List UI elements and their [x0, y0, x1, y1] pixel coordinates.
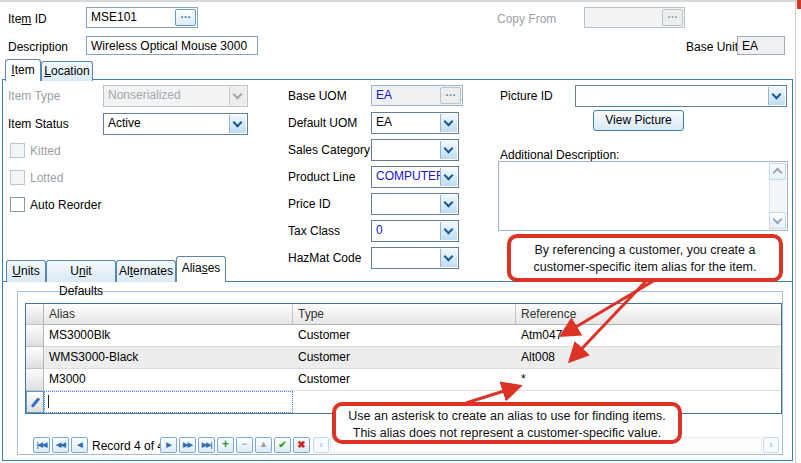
tab-item[interactable]: Item: [5, 59, 41, 81]
tax-class-label: Tax Class: [288, 224, 340, 238]
view-picture-button[interactable]: View Picture: [593, 110, 684, 131]
tax-class-combo[interactable]: 0: [371, 220, 459, 242]
chevron-down-icon[interactable]: [229, 115, 246, 133]
nav-last-button[interactable]: ▶▶|: [198, 437, 215, 453]
chevron-down-icon[interactable]: [440, 141, 457, 159]
picture-id-label: Picture ID: [500, 89, 553, 103]
description-label: Description: [8, 40, 68, 54]
copy-from-field: …: [584, 7, 685, 28]
copy-from-lookup-ellipsis-icon: …: [662, 9, 683, 26]
item-type-combo: Nonserialized: [103, 85, 248, 107]
window-right-edge: [795, 0, 796, 463]
cell-type[interactable]: Customer: [293, 347, 516, 369]
hazmat-code-label: HazMat Code: [288, 251, 361, 265]
cell-alias[interactable]: M3000: [44, 369, 293, 391]
description-field[interactable]: Wireless Optical Mouse 3000: [86, 36, 258, 55]
callout-asterisk: Use an asterisk to create an alias to us…: [332, 402, 682, 444]
grid-corner-cell: [26, 304, 44, 325]
cell-reference[interactable]: Atm047: [516, 325, 781, 347]
chevron-down-icon[interactable]: [768, 87, 785, 105]
text-caret: [48, 395, 49, 408]
move-up-button[interactable]: ▲: [255, 437, 272, 453]
cell-reference[interactable]: *: [516, 369, 781, 391]
item-type-label: Item Type: [8, 89, 60, 103]
chevron-down-icon[interactable]: [440, 195, 457, 213]
kitted-label: Kitted: [30, 144, 61, 158]
price-id-label: Price ID: [288, 197, 331, 211]
record-count-label: Record 4 of 4: [92, 439, 164, 453]
tab-location[interactable]: Location: [41, 61, 93, 81]
additional-description-label: Additional Description:: [500, 148, 619, 162]
tab-aliases[interactable]: Aliases: [176, 256, 226, 282]
textarea-scrollbar[interactable]: [769, 163, 786, 229]
nav-next-button[interactable]: ▶: [160, 437, 177, 453]
sales-category-combo[interactable]: [371, 139, 459, 161]
product-line-combo[interactable]: COMPUTER: [371, 166, 459, 188]
nav-prev-button[interactable]: ◀: [71, 437, 88, 453]
picture-id-combo[interactable]: [575, 85, 787, 107]
item-id-label: Item ID: [8, 12, 47, 26]
item-id-lookup-ellipsis-icon[interactable]: …: [175, 9, 196, 26]
sales-category-label: Sales Category: [288, 143, 370, 157]
base-uom-field[interactable]: EA …: [371, 85, 463, 106]
callout-customer-reference: By referencing a customer, you create a …: [507, 234, 783, 282]
item-status-label: Item Status: [8, 117, 69, 131]
scroll-down-icon[interactable]: [769, 212, 786, 229]
edit-cell-alias[interactable]: [44, 391, 293, 413]
price-id-combo[interactable]: [371, 193, 459, 215]
item-maintenance-window: Item ID MSE101 … Copy From … Description…: [0, 0, 801, 463]
cell-alias[interactable]: MS3000Blk: [44, 325, 293, 347]
chevron-down-icon[interactable]: [440, 222, 457, 240]
row-selector[interactable]: [26, 347, 44, 369]
accept-button[interactable]: ✔: [274, 437, 291, 453]
item-status-combo[interactable]: Active: [103, 113, 248, 135]
column-header-alias[interactable]: Alias: [44, 304, 293, 325]
tab-unit-defaults[interactable]: Unit Defaults: [46, 260, 116, 282]
product-line-label: Product Line: [288, 170, 355, 184]
nav-prev-page-button[interactable]: ◀◀: [52, 437, 69, 453]
default-uom-label: Default UOM: [288, 116, 357, 130]
tab-units[interactable]: Units: [6, 260, 46, 282]
edit-row-selector[interactable]: [26, 391, 44, 413]
base-uom-lookup-ellipsis-icon[interactable]: …: [440, 87, 461, 104]
delete-row-button[interactable]: −: [236, 437, 253, 453]
hazmat-code-combo[interactable]: [371, 247, 459, 269]
chevron-down-icon[interactable]: [440, 114, 457, 132]
base-unit-label: Base Unit: [686, 40, 738, 54]
cancel-button[interactable]: ✖: [293, 437, 310, 453]
item-id-field[interactable]: MSE101 …: [86, 7, 198, 28]
column-header-type[interactable]: Type: [293, 304, 516, 325]
base-unit-field: EA: [737, 36, 785, 55]
cell-alias[interactable]: WMS3000-Black: [44, 347, 293, 369]
copy-from-label: Copy From: [497, 12, 556, 26]
pencil-edit-icon: [31, 397, 40, 407]
auto-reorder-checkbox[interactable]: [10, 197, 25, 212]
nav-next-page-button[interactable]: ▶▶: [179, 437, 196, 453]
auto-reorder-label: Auto Reorder: [30, 198, 101, 212]
base-uom-label: Base UOM: [288, 89, 347, 103]
chevron-down-icon: [229, 87, 246, 105]
default-uom-combo[interactable]: EA: [371, 112, 459, 134]
nav-first-button[interactable]: |◀◀: [33, 437, 50, 453]
lotted-label: Lotted: [30, 171, 63, 185]
chevron-down-icon[interactable]: [440, 249, 457, 267]
column-header-reference[interactable]: Reference: [516, 304, 781, 325]
window-top-edge: [0, 0, 801, 2]
window-corner-fragment: [797, 0, 801, 9]
hscroll-right-icon[interactable]: ›: [763, 437, 779, 453]
cell-type[interactable]: Customer: [293, 369, 516, 391]
tab-alternates[interactable]: Alternates: [116, 260, 176, 282]
chevron-down-icon[interactable]: [440, 168, 457, 186]
cell-reference[interactable]: Alt008: [516, 347, 781, 369]
add-row-button[interactable]: +: [217, 437, 234, 453]
lotted-checkbox: [10, 170, 25, 185]
row-selector[interactable]: [26, 325, 44, 347]
kitted-checkbox: [10, 143, 25, 158]
aliases-grid: Alias Type Reference MS3000Blk Customer …: [25, 303, 782, 414]
row-selector[interactable]: [26, 369, 44, 391]
scroll-up-icon[interactable]: [769, 163, 786, 180]
additional-description-textarea[interactable]: [498, 161, 788, 231]
hscroll-left-icon[interactable]: ‹: [313, 437, 329, 453]
cell-type[interactable]: Customer: [293, 325, 516, 347]
